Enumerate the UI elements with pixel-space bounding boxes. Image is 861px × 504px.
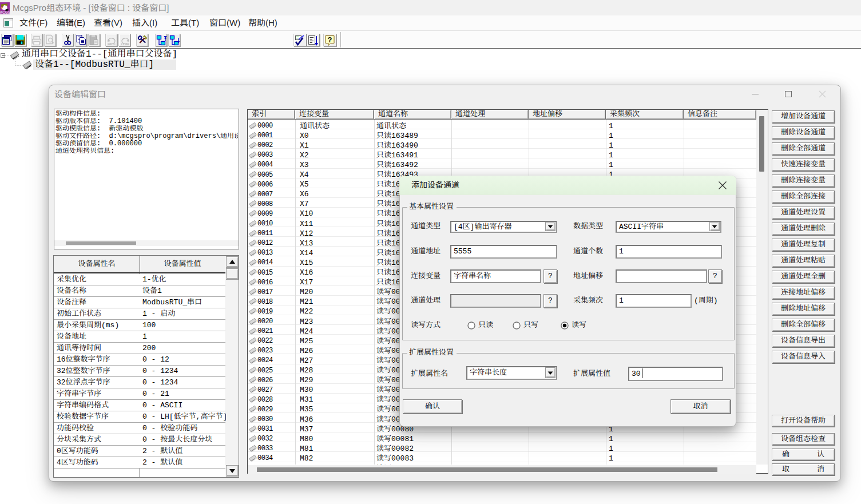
svg-text:MCGS: MCGS	[0, 10, 10, 14]
svg-text:?: ?	[328, 35, 332, 44]
